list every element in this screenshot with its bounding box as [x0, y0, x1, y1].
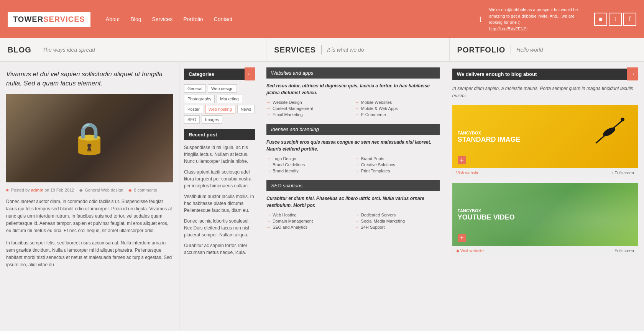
recent-2: Class aptent taciti sociosqu adel litora… [184, 169, 255, 189]
social-icon-facebook[interactable]: f [623, 13, 636, 26]
cat-webhosting[interactable]: Web hosting [205, 105, 235, 113]
service-item: →Website Design [266, 100, 351, 105]
categories-section: Categories ← General Web design Photogra… [184, 67, 255, 124]
portfolio-item-1: FANCYBOX STANDARD IMAGE + Visit website … [452, 105, 638, 177]
portfolio-label-2: FANCYBOX YOUTUBE VIDEO [458, 208, 515, 221]
arrow-icon: → [266, 106, 271, 111]
arrow-icon: → [355, 213, 359, 217]
cat-images[interactable]: Images [202, 115, 222, 124]
blog-column: Vivamus et dui vel sapien sollicitudin a… [0, 62, 260, 331]
arrow-icon: → [355, 100, 359, 105]
portfolio-actions-1: Visit website + Fullscreen [452, 168, 638, 177]
service-websites-header: Websites and apps [266, 67, 440, 79]
portfolio-intro: In semper diam sapien, a molestie mauris… [452, 85, 638, 100]
nav-about[interactable]: About [106, 16, 120, 22]
header: TOWERSERVICES About Blog Services Portfo… [0, 0, 644, 38]
portfolio-visit-1[interactable]: Visit website [456, 170, 480, 175]
blog-meta: ■ Posted by admin on 18 Feb 2012 ◆ Gener… [6, 188, 173, 193]
portfolio-column: We delivers enough to blog about → In se… [446, 62, 644, 331]
arrow-icon: → [355, 169, 359, 173]
social-icon-dribbble[interactable]: ■ [594, 13, 607, 26]
cat-news[interactable]: News [237, 105, 255, 113]
blog-author[interactable]: admin [31, 188, 43, 192]
portfolio-item-2: FANCYBOX YOUTUBE VIDEO + ◆ Visit website… [452, 183, 638, 256]
main-content: Vivamus et dui vel sapien sollicitudin a… [0, 62, 644, 331]
arrow-icon: → [266, 169, 271, 173]
nav-services[interactable]: Services [152, 16, 172, 22]
services-column: Websites and apps Sed risus dolor, ultri… [260, 62, 446, 331]
portfolio-next-btn[interactable]: → [627, 67, 638, 80]
portfolio-label-1: FANCYBOX STANDARD IMAGE [458, 130, 521, 144]
arrow-icon: → [355, 156, 359, 161]
services-section-header: SERVICES It is what we do [266, 38, 449, 61]
cat-marketing[interactable]: Marketing [217, 95, 242, 103]
portfolio-img-1: FANCYBOX STANDARD IMAGE + [452, 105, 638, 168]
cat-general[interactable]: General [184, 84, 206, 93]
arrow-icon: → [266, 213, 271, 217]
service-branding-header: Identies and branding [266, 124, 440, 135]
services-subtitle: It is what we do [327, 47, 364, 53]
portfolio-section-label: We delivers enough to blog about [452, 69, 627, 80]
nav-contact[interactable]: Contact [214, 16, 232, 22]
recent-4: Donec lacinia lobortis sodalesel. Nec Du… [184, 218, 255, 238]
service-branding-desc: Fusce suscipit eros quis massa congue ac… [266, 139, 440, 152]
social-icons: ■ t f [594, 13, 636, 26]
nav-blog[interactable]: Blog [130, 16, 141, 22]
arrow-icon: → [266, 162, 271, 167]
portfolio-plus-1[interactable]: + [458, 156, 466, 164]
service-item: →Logo Design [266, 156, 351, 161]
categories-prev-btn[interactable]: ← [245, 67, 255, 80]
categories-label: Categories [184, 69, 245, 80]
portfolio-fullscreen-1[interactable]: + Fullscreen [611, 170, 634, 175]
tag-icon: ◆ [79, 188, 82, 192]
arrow-icon: → [266, 100, 271, 105]
service-item: →Brand Guidelines [266, 162, 351, 167]
blog-post-title: Vivamus et dui vel sapien sollicitudin a… [6, 70, 173, 88]
nav-portfolio[interactable]: Portfolio [183, 16, 203, 22]
blog-sidebar: Categories ← General Web design Photogra… [179, 62, 260, 331]
services-title: SERVICES [274, 46, 316, 54]
blog-meta-posted: ■ Posted by admin on 18 Feb 2012 [6, 188, 74, 192]
service-item: →Print Templates [355, 169, 440, 173]
portfolio-actions-2: ◆ Visit website Fullscreen [452, 246, 638, 256]
logo[interactable]: TOWERSERVICES [8, 12, 90, 27]
arrow-icon: → [355, 106, 359, 111]
arrow-icon: → [266, 219, 271, 223]
portfolio-img-2: FANCYBOX YOUTUBE VIDEO + [452, 183, 638, 246]
social-icon-twitter[interactable]: t [609, 13, 622, 26]
blog-image: 🔒 [6, 94, 173, 182]
service-item: →Creative Solutions [355, 162, 440, 167]
portfolio-sublabel-1: STANDARD IMAGE [458, 136, 521, 144]
categories-header-wrap: Categories ← [184, 67, 255, 80]
blog-main: Vivamus et dui vel sapien sollicitudin a… [0, 62, 179, 331]
service-item: →Content Management [266, 106, 351, 111]
service-websites-items: →Website Design →Mobile Websites →Conten… [266, 100, 440, 117]
blog-section-header: BLOG The ways idea spread [0, 38, 266, 61]
recent-post-label: Recent post [184, 129, 255, 140]
portfolio-plus-2[interactable]: + [458, 234, 466, 242]
portfolio-label-text-2: FANCYBOX [458, 208, 481, 213]
service-branding: Identies and branding Fusce suscipit ero… [266, 124, 440, 173]
blog-body: Donec laoreet auctor diam, in commodo od… [6, 198, 173, 269]
service-seo: SEO solutions Curabitur et diam nisl. Ph… [266, 180, 440, 229]
recent-5: Curabitur ac sapien tortor. Intel accums… [184, 242, 255, 256]
portfolio-fullscreen-2[interactable]: Fullscreen [614, 248, 634, 253]
cat-poster[interactable]: Poster [184, 105, 203, 113]
cat-webdesign[interactable]: Web design [208, 84, 237, 93]
cat-seo[interactable]: SEO [184, 115, 200, 124]
arrow-icon: → [266, 156, 271, 161]
blog-body-1: Donec laoreet auctor diam, in commodo od… [6, 198, 173, 235]
portfolio-label-text-1: FANCYBOX [458, 131, 481, 135]
portfolio-subtitle: Hello world [516, 47, 543, 53]
arrow-icon: → [355, 225, 359, 229]
header-right: t We're on @dribbble as a prospect but w… [479, 7, 636, 32]
portfolio-visit-2[interactable]: ◆ Visit website [456, 248, 484, 253]
services-divider [321, 45, 322, 54]
tweet-link[interactable]: http://t.co/BVvFFNPr [489, 26, 528, 31]
service-seo-desc: Curabitur et diam nisl. Phasellus ac lib… [266, 195, 440, 209]
recent-3: Vestibulum auctor iaculis mollis. In hac… [184, 193, 255, 214]
blog-body-2: In faucibus semper felis, sed laoreet ri… [6, 239, 173, 269]
cat-photography[interactable]: Photography [184, 95, 215, 103]
portfolio-divider [511, 45, 511, 54]
main-nav: About Blog Services Portfolio Contact [106, 16, 232, 22]
